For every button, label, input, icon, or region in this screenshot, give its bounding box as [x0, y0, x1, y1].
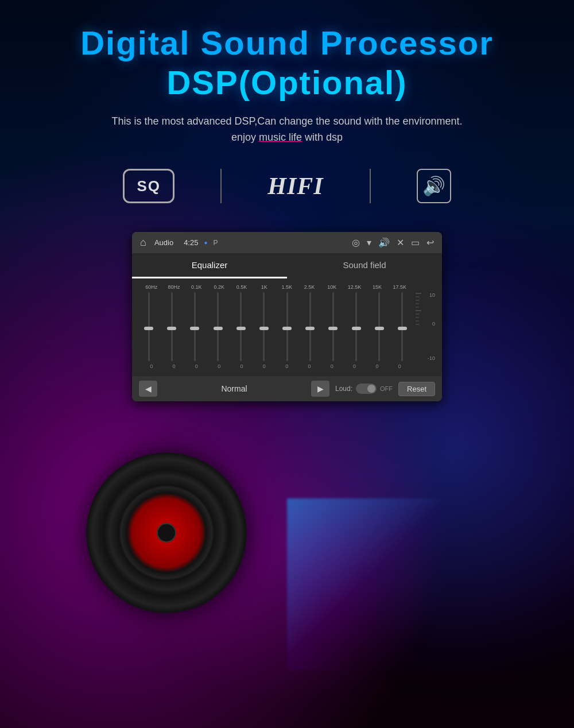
- val-7: 0: [298, 363, 320, 369]
- status-dot-blue: ●: [204, 239, 207, 246]
- freq-0.1k: 0.1K: [185, 284, 208, 290]
- close-icon[interactable]: ✕: [397, 237, 404, 248]
- reset-button[interactable]: Reset: [398, 382, 435, 396]
- loud-state: OFF: [380, 385, 393, 392]
- sq-icon: SQ: [123, 169, 174, 203]
- status-bar: ⌂ Audio 4:25 ● P ◎ ▾ 🔊 ✕ ▭ ↩: [132, 232, 442, 253]
- slider-1k[interactable]: [253, 292, 275, 361]
- slider-1.5k[interactable]: [276, 292, 298, 361]
- freq-17.5k: 17.5K: [389, 284, 411, 290]
- val-3: 0: [208, 363, 230, 369]
- val-11: 0: [389, 363, 411, 369]
- next-preset-button[interactable]: ▶: [311, 381, 329, 397]
- freq-labels: 60Hz 80Hz 0.1K 0.2K 0.5K 1K 1.5K 2.5K 10…: [138, 284, 436, 290]
- slider-80hz[interactable]: [161, 292, 183, 361]
- slider-thumb-15k[interactable]: [375, 327, 384, 330]
- slider-thumb-60hz[interactable]: [144, 327, 153, 330]
- sliders-container: 10 0 -10: [138, 292, 436, 361]
- audio-label: Audio: [154, 238, 173, 247]
- tab-bar: Equalizer Sound field: [132, 253, 442, 278]
- sliders-area: [138, 292, 413, 361]
- slider-0.5k[interactable]: [230, 292, 252, 361]
- slider-track-17.5k: [401, 292, 403, 361]
- scale-10: 10 0 -10: [416, 292, 436, 327]
- desc-line1: This is the most advanced DSP,Can change…: [46, 113, 528, 130]
- signal-icon: ▾: [367, 237, 371, 248]
- freq-2.5k: 2.5K: [298, 284, 320, 290]
- slider-thumb-12.5k[interactable]: [352, 327, 361, 330]
- slider-thumb-0.1k[interactable]: [190, 327, 199, 330]
- slider-thumb-0.2k[interactable]: [214, 327, 223, 330]
- desc-underline: music life: [259, 131, 302, 143]
- slider-track-1.5k: [286, 292, 288, 361]
- freq-0.2k: 0.2K: [208, 284, 230, 290]
- speaker-icon-item: 🔊: [417, 169, 451, 203]
- val-5: 0: [253, 363, 276, 369]
- time-display: 4:25: [184, 238, 198, 247]
- sq-icon-item: SQ: [123, 169, 174, 203]
- light-streak-decoration: [287, 498, 517, 671]
- status-p: P: [213, 239, 218, 247]
- main-title: Digital Sound Processor: [46, 23, 528, 63]
- eq-scale: 10 0 -10: [413, 292, 436, 361]
- slider-thumb-80hz[interactable]: [167, 327, 176, 330]
- val-8: 0: [321, 363, 343, 369]
- volume-icon: 🔊: [378, 237, 390, 248]
- scale-label-10: 10: [429, 292, 435, 298]
- audio-panel: ⌂ Audio 4:25 ● P ◎ ▾ 🔊 ✕ ▭ ↩ Equalizer S…: [132, 232, 442, 401]
- scale-ticks-svg: [416, 292, 422, 327]
- desc-line2: enjoy music life with dsp: [46, 129, 528, 146]
- slider-thumb-1k[interactable]: [259, 327, 269, 330]
- home-button[interactable]: ⌂: [140, 237, 146, 249]
- title-section: Digital Sound Processor DSP(Optional): [46, 0, 528, 102]
- loud-label: Loud:: [335, 385, 352, 393]
- toggle-knob: [367, 385, 375, 393]
- slider-track-10k: [332, 292, 334, 361]
- scale-label-neg10: -10: [428, 355, 435, 361]
- slider-60hz[interactable]: [138, 292, 160, 361]
- back-icon[interactable]: ↩: [426, 237, 434, 248]
- slider-2.5k[interactable]: [299, 292, 321, 361]
- loud-section: Loud: OFF: [335, 384, 393, 394]
- slider-10k[interactable]: [322, 292, 344, 361]
- nav-icon: ◎: [352, 237, 360, 248]
- hifi-icon-item: HIFI: [267, 172, 323, 200]
- slider-0.1k[interactable]: [184, 292, 205, 361]
- bottom-controls: ◀ Normal ▶ Loud: OFF Reset: [132, 376, 442, 401]
- val-4: 0: [230, 363, 253, 369]
- scale-spacer: [411, 284, 434, 290]
- value-labels: 0 0 0 0 0 0 0 0 0 0 0 0: [138, 361, 436, 373]
- slider-track-2.5k: [309, 292, 311, 361]
- slider-thumb-17.5k[interactable]: [398, 327, 407, 330]
- divider-1: [220, 169, 222, 203]
- freq-80hz: 80Hz: [162, 284, 185, 290]
- slider-17.5k[interactable]: [391, 292, 413, 361]
- vinyl-record: [86, 452, 247, 613]
- freq-60hz: 60Hz: [140, 284, 162, 290]
- scale-label-0: 0: [432, 321, 435, 327]
- window-icon[interactable]: ▭: [411, 237, 420, 248]
- slider-12.5k[interactable]: [346, 292, 367, 361]
- val-2: 0: [185, 363, 208, 369]
- val-6: 0: [276, 363, 298, 369]
- slider-thumb-2.5k[interactable]: [305, 327, 315, 330]
- slider-thumb-0.5k[interactable]: [236, 327, 246, 330]
- tab-sound-field[interactable]: Sound field: [287, 253, 442, 278]
- slider-track-12.5k: [355, 292, 357, 361]
- val-9: 0: [343, 363, 366, 369]
- tab-equalizer[interactable]: Equalizer: [132, 253, 287, 278]
- divider-2: [370, 169, 371, 203]
- val-0: 0: [140, 363, 162, 369]
- slider-track-80hz: [171, 292, 173, 361]
- prev-preset-button[interactable]: ◀: [139, 381, 157, 397]
- slider-thumb-10k[interactable]: [328, 327, 338, 330]
- loud-toggle[interactable]: [356, 384, 377, 394]
- slider-0.2k[interactable]: [207, 292, 229, 361]
- eq-preset-label: Normal: [163, 384, 305, 393]
- slider-15k[interactable]: [369, 292, 390, 361]
- slider-thumb-1.5k[interactable]: [282, 327, 292, 330]
- speaker-icon: 🔊: [417, 169, 451, 203]
- freq-12.5k: 12.5K: [343, 284, 366, 290]
- slider-track-0.1k: [194, 292, 196, 361]
- freq-10k: 10K: [321, 284, 343, 290]
